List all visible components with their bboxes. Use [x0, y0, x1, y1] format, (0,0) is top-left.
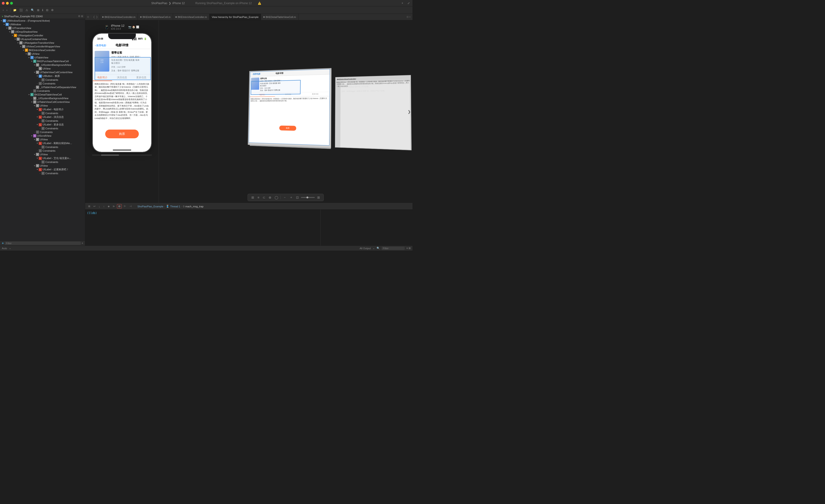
nav-tree-item[interactable]: › C Constraints: [0, 78, 85, 82]
nav-tree-item[interactable]: ▼ V UITableViewCellContentView: [0, 70, 85, 74]
back-btn[interactable]: ‹: [2, 8, 5, 12]
nav-tree-item[interactable]: ▼ V UITransitionView: [0, 26, 85, 30]
vh-btn-frame[interactable]: ⊞: [250, 195, 255, 200]
tab-actors[interactable]: 演员信息: [112, 74, 132, 81]
vh-zoom-slider[interactable]: [301, 197, 315, 198]
bookmark-btn[interactable]: ⊞: [36, 8, 40, 12]
vh-btn-plus[interactable]: ＋: [289, 195, 294, 200]
nav-item-label: UITransitionView: [12, 27, 31, 29]
tab-intro[interactable]: 电影简介: [93, 74, 112, 81]
vh-btn-minus[interactable]: －: [282, 195, 287, 200]
nav-tree-item[interactable]: ▼ L UILabel - 艾伦·瑞克曼\n...: [0, 156, 85, 160]
nav-tree-item[interactable]: ▼ N UINavigationController: [0, 33, 85, 37]
tab-viewhierarchy[interactable]: View hierarchy for ShoPiaoPiao_Example: [210, 14, 261, 20]
tab-bkehome[interactable]: BKEHomeViewController.m: [100, 14, 138, 20]
debug-btn-format[interactable]: ⊣: [128, 204, 133, 208]
vh-btn-zoom-out[interactable]: ⊞: [316, 195, 321, 200]
stop-btn[interactable]: ⬛: [18, 8, 24, 12]
nav-tree-item[interactable]: › V _UISystemBackgroundView: [0, 96, 85, 100]
nav-tree-item[interactable]: ▼ V UITableViewCellContentView: [0, 100, 85, 104]
nav-tree-item[interactable]: ▼ L UILabel - 电影简介: [0, 107, 85, 111]
lldb-prompt: (lldb): [87, 212, 97, 215]
nav-tree-item[interactable]: ▼ V UINavigationTransitionView: [0, 41, 85, 45]
minimize-button[interactable]: [6, 2, 9, 5]
tab-dot-2: [140, 16, 142, 18]
toolbar-sep-1: [10, 8, 10, 12]
nav-tree-item[interactable]: ▼ L UILabel - 刚刚出狱的Ale...: [0, 141, 85, 145]
close-button[interactable]: [2, 2, 5, 5]
nav-tree-item[interactable]: › C Constraints: [0, 130, 85, 134]
debug-btn-step-out[interactable]: ↑: [102, 204, 106, 208]
nav-tree-item[interactable]: ▼ V UIDropShadowView: [0, 30, 85, 33]
search-btn[interactable]: 🔍: [30, 8, 35, 12]
nav-node-icon: L: [39, 142, 42, 145]
vh-btn-list[interactable]: ≡: [256, 195, 260, 200]
nav-tree-item[interactable]: ▼ V UILayoutContainerView: [0, 37, 85, 41]
nav-tree-item[interactable]: ▼ C BKEDetailTableViewCell: [0, 93, 85, 96]
nav-tree-item[interactable]: ▼ B UIButton - 购票: [0, 74, 85, 78]
add-button[interactable]: ＋: [400, 1, 405, 6]
tab-bkeintro[interactable]: BKEIntroViewController.m: [173, 14, 210, 20]
nav-tree-item[interactable]: › C Constraints: [0, 119, 85, 123]
vh-btn-range[interactable]: ◯: [274, 195, 279, 200]
nav-tree-item[interactable]: ▼ V UIView: [0, 138, 85, 141]
nav-tree-item[interactable]: ▼ V UIView: [0, 52, 85, 56]
settings-btn[interactable]: ⚙: [50, 8, 55, 12]
nav-tree-item[interactable]: ▼ S UIScrollView: [0, 134, 85, 138]
nav-tree-item[interactable]: ▼ W UIWindow: [0, 22, 85, 26]
tab-more[interactable]: 更多信息: [132, 74, 151, 81]
vh-btn-clip[interactable]: ⊂: [262, 195, 266, 200]
vh-btn-inspect[interactable]: ⊕: [268, 195, 272, 200]
forward-btn[interactable]: ›: [5, 8, 8, 12]
nav-tree-item[interactable]: › C Constraints: [0, 145, 85, 149]
debug-btn-continue[interactable]: ⊞: [87, 204, 91, 208]
nav-tree-item[interactable]: › V UIView: [0, 67, 85, 70]
nav-tree-item[interactable]: ▼ V UIView: [0, 153, 85, 156]
grid-btn[interactable]: ⊟: [45, 8, 49, 12]
nav-tree-item[interactable]: ▼ L UILabel - 赶紧购票吧！: [0, 168, 85, 171]
debug-btn-share[interactable]: ⊳: [111, 204, 116, 208]
navigator-tree[interactable]: ▼ W UIWindowScene - (Foreground Active) …: [0, 19, 85, 241]
h-scrollbar[interactable]: [92, 154, 152, 156]
hierarchy-3d-view[interactable]: ‹ 推荐电影 电影详情 雪季过客 2006 / 英国 加拿大 / 剧情 爱情 /…: [159, 20, 412, 203]
nav-tree-item[interactable]: › C Constraints: [0, 89, 85, 93]
nav-tree-item[interactable]: ▼ V UIView: [0, 164, 85, 168]
nav-tree-item[interactable]: ▼ T UITableView: [0, 56, 85, 59]
back-button[interactable]: ‹ 推荐电影: [95, 44, 106, 47]
debug-btn-step-into[interactable]: ↓: [98, 204, 101, 208]
debug-btn-active[interactable]: ⊟: [117, 204, 122, 208]
nav-tree-item[interactable]: › C Constraints: [0, 127, 85, 130]
nav-tree-item[interactable]: ▼ W UIWindowScene - (Foreground Active): [0, 19, 85, 22]
breadcrumb-thread[interactable]: Thread 1: [170, 205, 180, 208]
nav-tree-item[interactable]: ▼ B BKEIntroViewController: [0, 48, 85, 52]
debug-btn-breakpoint[interactable]: ◈: [106, 204, 111, 208]
maximize-button[interactable]: [10, 2, 13, 5]
tab-bkeinfo[interactable]: BKEInfoTableViewCell.m: [138, 14, 173, 20]
breadcrumb-app[interactable]: ShoPiaoPiao_Example: [137, 205, 163, 208]
nav-tree-item[interactable]: › V _UITableViewCellSeparatorView: [0, 85, 85, 89]
debug-btn-step-over[interactable]: ↩: [92, 204, 97, 208]
vh-right-arrow[interactable]: ❯: [408, 109, 410, 114]
nav-tree-item[interactable]: ▼ V UIView: [0, 104, 85, 107]
nav-tree-item[interactable]: ▼ C BKEPurchaseTableViewCell: [0, 59, 85, 63]
buy-ticket-button[interactable]: 购票: [105, 130, 139, 138]
nav-tree-item[interactable]: ▼ V UIViewControllerWrapperView: [0, 45, 85, 48]
vh-btn-fit[interactable]: ⊡: [295, 195, 300, 200]
nav-tree-item[interactable]: ▼ L UILabel - 演员信息: [0, 115, 85, 119]
nav-tree-item[interactable]: › C Constraints: [0, 82, 85, 85]
nav-node-icon: V: [36, 86, 39, 89]
info-btn[interactable]: ℹ: [41, 8, 44, 12]
nav-tree-item[interactable]: › C Constraints: [0, 149, 85, 153]
nav-tree-item[interactable]: › C Constraints: [0, 111, 85, 115]
warning-btn[interactable]: ⚠: [25, 8, 29, 12]
filter-input[interactable]: [5, 242, 81, 245]
folder-btn[interactable]: 📁: [12, 8, 17, 12]
nav-tree-item[interactable]: › C Constraints: [0, 160, 85, 164]
fullscreen-button[interactable]: ⤢: [406, 1, 410, 5]
nav-tree-item[interactable]: › C Constraints: [0, 171, 85, 175]
status-filter-input[interactable]: [382, 247, 405, 250]
nav-tree-item[interactable]: ▼ V _UISystemBackgroundView: [0, 63, 85, 67]
nav-tree-item[interactable]: ▼ L UILabel - 更多信息: [0, 123, 85, 127]
debug-btn-scope[interactable]: ⊢: [123, 204, 127, 208]
tab-bkedetail[interactable]: BKEDetailTableViewCell.m: [261, 14, 298, 20]
